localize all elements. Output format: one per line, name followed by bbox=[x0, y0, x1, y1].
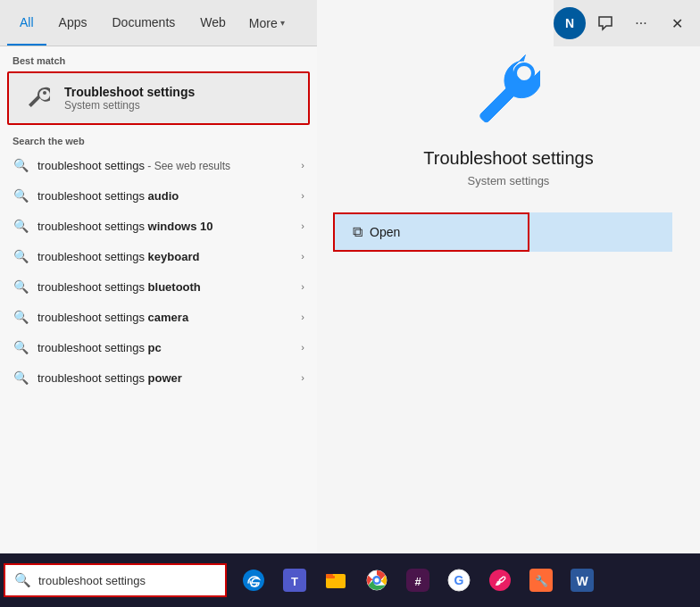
tab-all[interactable]: All bbox=[7, 0, 46, 46]
chevron-right-icon: › bbox=[301, 220, 304, 231]
open-button-extension bbox=[529, 212, 672, 252]
search-icon: 🔍 bbox=[12, 219, 29, 233]
chevron-down-icon: ▾ bbox=[280, 18, 285, 28]
list-item[interactable]: 🔍 troubleshoot settings - See web result… bbox=[0, 150, 317, 180]
open-button[interactable]: ⧉ Open bbox=[333, 212, 529, 252]
search-item-text: troubleshoot settings camera bbox=[38, 311, 292, 324]
search-icon: 🔍 bbox=[12, 158, 29, 172]
search-item-text: troubleshoot settings pc bbox=[38, 341, 292, 354]
right-panel-title: Troubleshoot settings bbox=[423, 148, 593, 169]
chevron-right-icon: › bbox=[301, 342, 304, 353]
svg-text:🖌: 🖌 bbox=[495, 575, 506, 587]
search-icon: 🔍 bbox=[12, 188, 29, 203]
taskbar-app-chrome[interactable] bbox=[357, 561, 396, 600]
svg-point-1 bbox=[243, 570, 264, 591]
svg-text:G: G bbox=[454, 573, 464, 587]
search-item-text: troubleshoot settings power bbox=[38, 371, 292, 385]
taskbar-search-icon: 🔍 bbox=[14, 572, 31, 588]
best-match-subtitle: System settings bbox=[64, 99, 195, 112]
list-item[interactable]: 🔍 troubleshoot settings audio › bbox=[0, 180, 317, 211]
tab-documents[interactable]: Documents bbox=[99, 0, 188, 46]
taskbar-app-7[interactable]: 🖌 bbox=[480, 561, 520, 600]
svg-text:T: T bbox=[291, 575, 298, 588]
right-panel: Troubleshoot settings System settings ⧉ … bbox=[317, 0, 700, 553]
taskbar-app-google[interactable]: G bbox=[439, 561, 479, 600]
taskbar-app-explorer[interactable] bbox=[316, 561, 355, 600]
search-item-text: troubleshoot settings bluetooth bbox=[38, 280, 292, 294]
user-avatar[interactable]: N bbox=[554, 7, 586, 39]
search-panel: All Apps Documents Web More ▾ Best match… bbox=[0, 0, 317, 553]
tab-web[interactable]: Web bbox=[188, 0, 238, 46]
close-button[interactable]: ✕ bbox=[661, 7, 693, 39]
svg-text:🔧: 🔧 bbox=[535, 574, 548, 587]
wrench-icon bbox=[21, 82, 54, 114]
open-button-container: ⧉ Open bbox=[333, 212, 672, 252]
svg-point-10 bbox=[375, 578, 379, 583]
search-icon: 🔍 bbox=[12, 249, 29, 263]
chevron-right-icon: › bbox=[301, 160, 304, 170]
search-item-text: troubleshoot settings windows 10 bbox=[38, 220, 292, 233]
list-item[interactable]: 🔍 troubleshoot settings power › bbox=[0, 362, 317, 393]
search-icon: 🔍 bbox=[12, 340, 29, 354]
best-match-text: Troubleshoot settings System settings bbox=[64, 85, 195, 112]
taskbar: 🔍 troubleshoot settings T bbox=[0, 553, 700, 607]
best-match-label: Best match bbox=[0, 46, 317, 71]
taskbar-app-8[interactable]: 🔧 bbox=[521, 561, 561, 600]
chevron-right-icon: › bbox=[301, 312, 304, 322]
taskbar-app-word[interactable]: W bbox=[562, 561, 602, 600]
svg-point-0 bbox=[515, 64, 533, 82]
svg-rect-6 bbox=[326, 574, 333, 578]
best-match-title: Troubleshoot settings bbox=[64, 85, 195, 99]
feedback-button[interactable] bbox=[589, 7, 621, 39]
taskbar-search-box[interactable]: 🔍 troubleshoot settings bbox=[4, 563, 227, 597]
tab-more[interactable]: More ▾ bbox=[238, 0, 296, 46]
chevron-right-icon: › bbox=[301, 372, 304, 383]
search-item-text: troubleshoot settings audio bbox=[38, 189, 292, 203]
more-options-button[interactable]: ··· bbox=[625, 7, 657, 39]
list-item[interactable]: 🔍 troubleshoot settings pc › bbox=[0, 332, 317, 362]
search-item-text: troubleshoot settings - See web results bbox=[38, 159, 292, 172]
svg-text:#: # bbox=[414, 575, 421, 588]
window-controls: N ··· ✕ bbox=[554, 0, 700, 46]
search-item-text: troubleshoot settings keyboard bbox=[38, 250, 292, 263]
chevron-right-icon: › bbox=[301, 190, 304, 201]
search-icon: 🔍 bbox=[12, 370, 29, 385]
list-item[interactable]: 🔍 troubleshoot settings keyboard › bbox=[0, 241, 317, 271]
taskbar-app-slack[interactable]: # bbox=[398, 561, 438, 600]
search-icon: 🔍 bbox=[12, 310, 29, 324]
chevron-right-icon: › bbox=[301, 251, 304, 262]
best-match-item[interactable]: Troubleshoot settings System settings bbox=[7, 71, 310, 125]
large-wrench-icon bbox=[469, 54, 549, 134]
taskbar-app-teams[interactable]: T bbox=[275, 561, 314, 600]
search-icon: 🔍 bbox=[12, 279, 29, 294]
right-panel-subtitle: System settings bbox=[468, 174, 550, 187]
tabs-bar: All Apps Documents Web More ▾ bbox=[0, 0, 317, 46]
svg-text:W: W bbox=[576, 574, 588, 588]
open-window-icon: ⧉ bbox=[353, 224, 362, 240]
list-item[interactable]: 🔍 troubleshoot settings camera › bbox=[0, 302, 317, 332]
list-item[interactable]: 🔍 troubleshoot settings windows 10 › bbox=[0, 211, 317, 241]
taskbar-search-text: troubleshoot settings bbox=[38, 574, 146, 587]
taskbar-app-edge[interactable] bbox=[234, 561, 273, 600]
chevron-right-icon: › bbox=[301, 281, 304, 292]
list-item[interactable]: 🔍 troubleshoot settings bluetooth › bbox=[0, 271, 317, 302]
tab-apps[interactable]: Apps bbox=[46, 0, 100, 46]
web-search-label: Search the web bbox=[0, 125, 317, 150]
